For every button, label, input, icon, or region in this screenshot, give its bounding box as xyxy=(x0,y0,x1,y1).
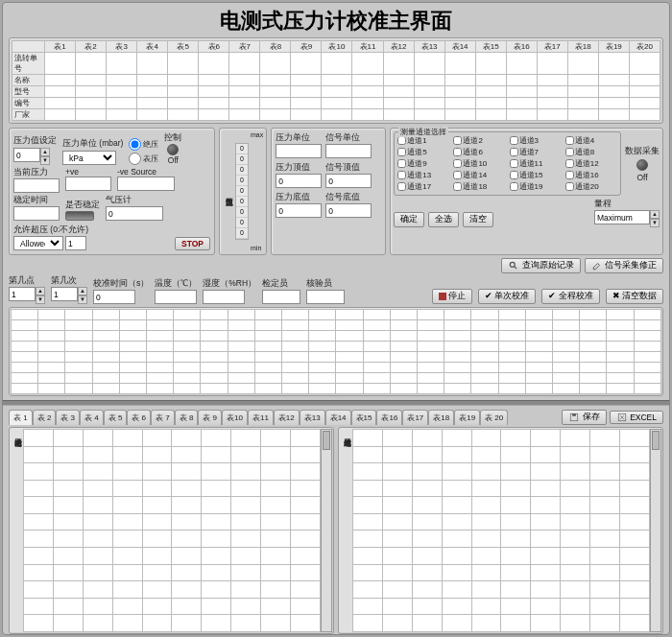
tab-12[interactable]: 表12 xyxy=(274,410,300,425)
tab-bar: 表 1表 2表 3表 4表 5表 6表 7表 8表 9表10表11表12表13表… xyxy=(9,410,508,425)
tab-6[interactable]: 表 6 xyxy=(127,410,151,425)
clear-data-button[interactable]: ✖ 清空数据 xyxy=(606,289,663,304)
signal-top-input[interactable] xyxy=(325,174,372,188)
temp-input[interactable] xyxy=(155,290,197,304)
control-led-icon[interactable] xyxy=(167,144,179,155)
channel-checkbox-16[interactable]: 通道16 xyxy=(565,170,617,180)
pressure-top-input[interactable] xyxy=(276,174,322,188)
neg-ve-input[interactable] xyxy=(117,177,175,191)
range-input[interactable] xyxy=(594,210,650,224)
allow-overpressure-value[interactable] xyxy=(65,236,86,250)
single-cal-button[interactable]: ✔ 单次校准 xyxy=(478,289,536,304)
channel-checkbox-3[interactable]: 通道3 xyxy=(510,135,562,146)
tab-7[interactable]: 表 7 xyxy=(151,410,175,425)
tab-15[interactable]: 表15 xyxy=(351,410,377,425)
signal-bot-input[interactable] xyxy=(325,203,372,218)
edit-icon xyxy=(591,261,603,271)
tab-16[interactable]: 表16 xyxy=(376,410,402,425)
excel-button[interactable]: EXCEL xyxy=(610,411,663,425)
channel-checkbox-9[interactable]: 通道9 xyxy=(397,158,449,169)
operator1-input[interactable] xyxy=(262,290,300,304)
pos-ve-input[interactable] xyxy=(65,177,111,191)
channel-checkbox-2[interactable]: 通道2 xyxy=(453,135,505,146)
stop-button[interactable]: STOP xyxy=(175,237,210,250)
pressure-set-label: 压力值设定 xyxy=(13,135,57,147)
channel-checkbox-13[interactable]: 通道13 xyxy=(397,170,449,180)
tab-10[interactable]: 表10 xyxy=(222,410,248,425)
operator2-input[interactable] xyxy=(306,290,345,304)
sensor-raw-grid xyxy=(352,429,650,632)
radio-gauge[interactable]: 表压 xyxy=(129,153,158,165)
channel-checkbox-10[interactable]: 通道10 xyxy=(453,158,505,169)
channel-checkbox-19[interactable]: 通道19 xyxy=(510,181,562,192)
splitter[interactable] xyxy=(3,400,669,406)
signal-unit-input[interactable] xyxy=(325,144,372,158)
right-grid-title: 传感器原始记录 xyxy=(340,429,352,632)
channel-checkbox-12[interactable]: 通道12 xyxy=(565,158,617,169)
pressure-unit-select[interactable]: kPa xyxy=(62,151,116,165)
radio-abs[interactable]: 绝压 xyxy=(129,138,158,151)
full-cal-button[interactable]: ✔ 全程校准 xyxy=(541,289,599,304)
pressure-unit-input[interactable] xyxy=(276,144,322,158)
channel-checkbox-7[interactable]: 通道7 xyxy=(510,147,562,157)
tab-5[interactable]: 表 5 xyxy=(104,410,128,425)
channel-ok-button[interactable]: 确定 xyxy=(394,212,424,227)
channel-checkbox-6[interactable]: 通道6 xyxy=(453,147,505,157)
allow-overpressure-select[interactable]: Allowed xyxy=(13,236,63,250)
tab-2[interactable]: 表 2 xyxy=(33,410,57,425)
caltime-input[interactable] xyxy=(93,290,135,304)
cal-stop-button[interactable]: 停止 xyxy=(432,289,472,304)
pressure-bot-input[interactable] xyxy=(276,203,322,218)
channel-checkbox-17[interactable]: 通道17 xyxy=(397,181,449,192)
tab-11[interactable]: 表11 xyxy=(248,410,274,425)
channel-checkbox-14[interactable]: 通道14 xyxy=(453,170,505,180)
control-label: 控制 xyxy=(164,132,181,144)
channel-all-button[interactable]: 全选 xyxy=(428,212,459,227)
svg-line-1 xyxy=(515,266,517,269)
times-input[interactable] xyxy=(51,287,78,301)
stable-indicator-icon xyxy=(65,211,94,221)
spin-down-icon[interactable]: ▼ xyxy=(40,156,50,165)
device-header-table: 表1表2表3表4表5表6表7表8表9表10表11表12表13表14表15表16表… xyxy=(12,40,660,121)
tab-20[interactable]: 表 20 xyxy=(480,410,508,425)
scrollbar[interactable] xyxy=(650,429,661,632)
signal-fix-button[interactable]: 信号采集修正 xyxy=(585,258,663,273)
pressure-set-input[interactable] xyxy=(13,148,40,162)
point-input[interactable] xyxy=(9,287,36,301)
stable-time-input[interactable] xyxy=(13,206,60,221)
tab-4[interactable]: 表 4 xyxy=(80,410,104,425)
pressure-array-list: 000000000 xyxy=(235,143,249,240)
stop-icon xyxy=(439,293,446,300)
pressure-unit-label: 压力单位 (mbar) xyxy=(62,138,123,150)
channel-checkbox-4[interactable]: 通道4 xyxy=(565,135,617,146)
tab-9[interactable]: 表 9 xyxy=(198,410,222,425)
channel-checkbox-15[interactable]: 通道15 xyxy=(510,170,562,180)
tab-8[interactable]: 表 8 xyxy=(175,410,199,425)
check-icon: ✔ xyxy=(548,291,556,300)
tab-18[interactable]: 表18 xyxy=(428,410,454,425)
current-pressure-input[interactable] xyxy=(13,178,60,193)
tab-17[interactable]: 表17 xyxy=(402,410,428,425)
svg-rect-3 xyxy=(573,413,577,416)
channel-checkbox-18[interactable]: 通道18 xyxy=(453,181,505,192)
transmitter-raw-grid xyxy=(23,429,321,632)
spin-up-icon[interactable]: ▲ xyxy=(40,148,50,156)
tab-1[interactable]: 表 1 xyxy=(9,410,33,425)
channel-checkbox-5[interactable]: 通道5 xyxy=(397,147,449,157)
query-raw-button[interactable]: 查询原始记录 xyxy=(501,258,580,273)
humidity-input[interactable] xyxy=(203,290,245,304)
barometer-input[interactable] xyxy=(106,206,163,221)
acquisition-led-icon[interactable] xyxy=(636,159,648,171)
channel-checkbox-11[interactable]: 通道11 xyxy=(510,158,562,169)
channel-checkbox-20[interactable]: 通道20 xyxy=(565,181,617,192)
channel-clear-button[interactable]: 清空 xyxy=(463,212,493,227)
tab-19[interactable]: 表19 xyxy=(454,410,480,425)
tab-13[interactable]: 表13 xyxy=(300,410,325,425)
tab-3[interactable]: 表 3 xyxy=(56,410,80,425)
channel-checkbox-8[interactable]: 通道8 xyxy=(565,147,617,157)
tab-14[interactable]: 表14 xyxy=(325,410,351,425)
scrollbar[interactable] xyxy=(321,429,332,632)
left-grid-title: 变送器原始记录 xyxy=(11,429,23,632)
save-icon xyxy=(568,413,580,422)
save-button[interactable]: 保存 xyxy=(562,410,606,425)
